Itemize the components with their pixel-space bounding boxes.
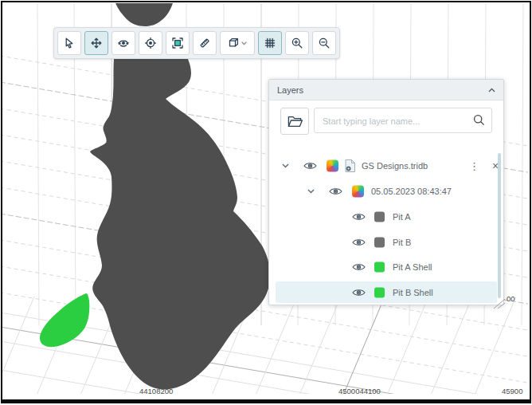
chevron-up-icon[interactable]	[488, 88, 495, 92]
visibility-eye-icon[interactable]	[352, 262, 366, 271]
zoom-out-icon	[319, 37, 330, 49]
layers-panel-header: Layers	[269, 80, 503, 100]
grid-toggle-button[interactable]	[258, 31, 282, 55]
palette-icon	[352, 185, 364, 197]
target-icon	[145, 37, 156, 49]
layer-label: 05.05.2023 08:43:47	[371, 187, 452, 196]
panel-scrollbar[interactable]	[498, 153, 501, 298]
visibility-eye-icon[interactable]	[352, 288, 366, 297]
layer-label: Pit A Shell	[393, 262, 432, 272]
layer-label: Pit B	[393, 238, 411, 247]
view-cube-button[interactable]	[220, 31, 255, 55]
orbit-button[interactable]	[111, 31, 135, 55]
visibility-eye-icon[interactable]	[329, 187, 342, 195]
ruler-icon	[199, 37, 210, 49]
zoom-out-button[interactable]	[312, 31, 336, 55]
tridb-file-icon	[344, 159, 356, 172]
open-layer-file-button[interactable]	[280, 108, 309, 135]
layer-search-box	[314, 108, 492, 133]
layer-search-input[interactable]	[321, 108, 467, 134]
view-cube-icon	[228, 37, 240, 49]
viewport-toolbar	[53, 27, 340, 59]
application-window: 44108200 4500044100 45900 00	[1, 1, 531, 403]
orbit-icon	[118, 37, 129, 49]
zoom-in-button[interactable]	[285, 31, 309, 55]
zoom-to-selection-button[interactable]	[166, 31, 190, 55]
layer-row-pit-b[interactable]: Pit B	[276, 231, 497, 253]
magnifier-icon[interactable]	[473, 114, 485, 126]
pan-icon	[91, 37, 102, 49]
layers-panel: Layers	[268, 79, 504, 305]
viewport-3d[interactable]: 44108200 4500044100 45900 00	[2, 2, 528, 394]
layer-row-gs-designs[interactable]: GS Designs.tridb ⋮ ×	[276, 155, 497, 176]
chevron-down-icon[interactable]	[307, 189, 315, 194]
axis-label-partial: 00	[507, 294, 515, 303]
row-menu-button[interactable]: ⋮	[469, 160, 479, 171]
measure-button[interactable]	[193, 31, 217, 55]
visibility-eye-icon[interactable]	[303, 161, 317, 170]
pit-shell-green-shape[interactable]	[40, 293, 89, 347]
visibility-eye-icon[interactable]	[352, 212, 366, 221]
fit-selection-icon	[172, 37, 183, 49]
panel-resize-handle[interactable]	[492, 296, 507, 310]
pan-button[interactable]	[84, 31, 108, 55]
cursor-icon	[64, 37, 75, 49]
layer-color-chip	[374, 287, 385, 297]
layer-label: Pit A	[393, 212, 411, 222]
layer-row-timestamp[interactable]: 05.05.2023 08:43:47	[276, 180, 497, 202]
layers-panel-title: Layers	[277, 85, 303, 95]
axis-label-1: 44108200	[139, 387, 173, 395]
layer-label: GS Designs.tridb	[362, 161, 428, 171]
layer-color-chip	[374, 261, 385, 272]
layer-row-pit-a-shell[interactable]: Pit A Shell	[276, 256, 497, 277]
pit-solid-main-shape[interactable]	[90, 59, 270, 389]
layer-label: Pit B Shell	[393, 288, 433, 297]
pit-solid-top-shape[interactable]	[115, 3, 173, 26]
zoom-in-icon	[291, 37, 303, 49]
center-target-button[interactable]	[139, 31, 162, 55]
layer-row-pit-a[interactable]: Pit A	[276, 206, 497, 227]
layer-row-pit-b-shell[interactable]: Pit B Shell	[276, 281, 497, 303]
layer-color-chip	[374, 211, 385, 222]
layer-color-chip	[374, 237, 385, 247]
open-folder-icon	[288, 116, 303, 128]
grid-icon	[264, 37, 276, 49]
chevron-down-icon[interactable]	[282, 163, 289, 168]
axis-label-3: 45900	[502, 387, 522, 395]
visibility-eye-icon[interactable]	[352, 238, 366, 246]
select-cursor-button[interactable]	[57, 31, 81, 55]
axis-label-2: 4500044100	[338, 387, 381, 395]
chevron-down-icon	[241, 41, 247, 45]
palette-icon	[327, 159, 338, 171]
